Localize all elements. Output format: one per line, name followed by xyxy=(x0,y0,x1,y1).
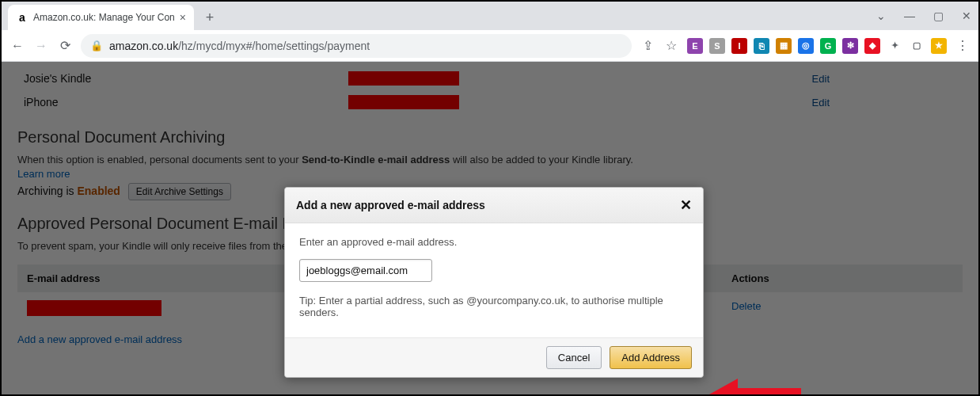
address-bar: ← → ⟳ 🔒 amazon.co.uk/hz/mycd/myx#/home/s… xyxy=(2,30,978,62)
cancel-button[interactable]: Cancel xyxy=(546,346,602,369)
chevron-down-icon[interactable]: ⌄ xyxy=(874,10,888,22)
url-field[interactable]: 🔒 amazon.co.uk/hz/mycd/myx#/home/setting… xyxy=(81,34,632,58)
browser-tab-strip: a Amazon.co.uk: Manage Your Con × + ⌄ — … xyxy=(2,2,978,30)
star-icon[interactable]: ☆ xyxy=(663,38,679,53)
modal-footer: Cancel Add Address xyxy=(285,337,703,377)
extension-icon[interactable]: ⎘ xyxy=(754,38,769,54)
close-window-icon[interactable]: ✕ xyxy=(959,10,974,22)
url-host: amazon.co.uk xyxy=(109,40,178,52)
close-icon[interactable]: ✕ xyxy=(680,196,692,214)
menu-icon[interactable]: ⋮ xyxy=(955,38,971,53)
forward-icon[interactable]: → xyxy=(33,39,49,53)
lock-icon: 🔒 xyxy=(90,40,103,51)
browser-tab[interactable]: a Amazon.co.uk: Manage Your Con × xyxy=(8,5,194,30)
extension-icons: ESI⎘▦◎G✻◆✦▢★ xyxy=(687,38,947,54)
window-controls: ⌄ — ▢ ✕ xyxy=(874,2,974,30)
back-icon[interactable]: ← xyxy=(9,39,25,53)
reload-icon[interactable]: ⟳ xyxy=(57,38,73,53)
extension-icon[interactable]: ✦ xyxy=(887,38,902,54)
extension-icon[interactable]: S xyxy=(709,38,725,54)
extension-icon[interactable]: ◎ xyxy=(798,38,814,54)
share-icon[interactable]: ⇪ xyxy=(640,38,655,53)
modal-prompt: Enter an approved e-mail address. xyxy=(299,236,689,248)
extension-icon[interactable]: ★ xyxy=(931,38,947,54)
modal-title: Add a new approved e-mail address xyxy=(296,199,485,211)
close-tab-icon[interactable]: × xyxy=(180,11,186,24)
extension-icon[interactable]: ✻ xyxy=(842,38,858,54)
add-address-button[interactable]: Add Address xyxy=(610,346,692,369)
amazon-favicon: a xyxy=(16,11,28,24)
new-tab-button[interactable]: + xyxy=(199,6,221,29)
modal-body: Enter an approved e-mail address. Tip: E… xyxy=(285,223,703,337)
minimize-icon[interactable]: — xyxy=(902,10,917,22)
url-path: /hz/mycd/myx#/home/settings/payment xyxy=(178,40,370,52)
extension-icon[interactable]: ▢ xyxy=(909,38,925,54)
add-email-modal: Add a new approved e-mail address ✕ Ente… xyxy=(284,187,704,378)
extension-icon[interactable]: ◆ xyxy=(864,38,880,54)
extension-icon[interactable]: I xyxy=(731,38,747,54)
modal-tip: Tip: Enter a partial address, such as @y… xyxy=(299,295,689,318)
extension-icon[interactable]: ▦ xyxy=(776,38,792,54)
page-body: Josie's Kindle Edit iPhone Edit Personal… xyxy=(2,62,978,394)
modal-header: Add a new approved e-mail address ✕ xyxy=(285,188,703,223)
maximize-icon[interactable]: ▢ xyxy=(931,10,945,22)
tab-title: Amazon.co.uk: Manage Your Con xyxy=(33,12,175,23)
email-input[interactable] xyxy=(299,259,432,282)
extension-icon[interactable]: E xyxy=(687,38,703,54)
extension-icon[interactable]: G xyxy=(820,38,836,54)
